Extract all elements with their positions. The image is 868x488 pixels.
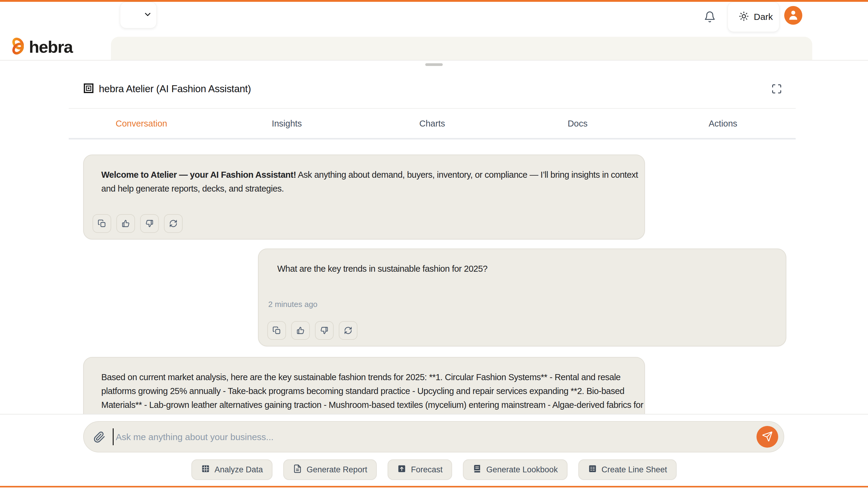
copy-icon — [273, 326, 281, 335]
thumbs-up-button[interactable] — [116, 214, 135, 233]
dialog-tabs: Conversation Insights Charts Docs Action… — [69, 109, 796, 139]
chevron-down-icon — [143, 10, 152, 20]
notifications-button[interactable] — [702, 10, 717, 25]
text-caret — [113, 428, 114, 445]
trend-up-icon — [397, 464, 406, 475]
thumbs-up-button[interactable] — [291, 321, 310, 340]
brand-logo-text: hebra — [29, 37, 73, 57]
dialog-header: hebra Atelier (AI Fashion Assistant) — [84, 79, 784, 99]
message-timestamp: 2 minutes ago — [268, 300, 317, 309]
sheet-drag-handle[interactable] — [425, 63, 443, 66]
thumbs-up-icon — [296, 326, 305, 335]
analyze-data-button[interactable]: Analyze Data — [191, 459, 273, 480]
thumbs-up-icon — [121, 219, 130, 228]
tab-charts[interactable]: Charts — [360, 109, 505, 138]
composer-top-divider — [0, 414, 868, 415]
generate-report-button[interactable]: Generate Report — [283, 459, 377, 480]
maximize-icon — [771, 84, 782, 95]
regenerate-button[interactable] — [339, 321, 358, 340]
thumbs-down-button[interactable] — [315, 321, 334, 340]
maximize-button[interactable] — [770, 83, 783, 96]
thumbs-down-button[interactable] — [140, 214, 159, 233]
quick-action-label: Analyze Data — [215, 465, 263, 475]
book-icon — [472, 464, 482, 475]
tab-docs[interactable]: Docs — [505, 109, 650, 138]
theme-toggle[interactable]: Dark — [727, 2, 779, 32]
header-divider — [69, 108, 796, 109]
tab-insights[interactable]: Insights — [214, 109, 359, 138]
bell-icon — [704, 11, 716, 24]
bottom-accent-bar — [0, 486, 868, 487]
tab-conversation[interactable]: Conversation — [69, 109, 214, 138]
workspace-selector[interactable] — [120, 2, 157, 28]
composer-bar — [83, 421, 784, 452]
brand-knot-icon — [10, 37, 26, 57]
message-actions — [267, 321, 358, 340]
sheet-top-divider — [0, 60, 868, 61]
conversation-scroll-area: Welcome to Atelier — your AI Fashion Ass… — [0, 139, 868, 414]
copy-button[interactable] — [267, 321, 286, 340]
nested-squares-icon — [84, 84, 93, 94]
message-input[interactable] — [115, 427, 743, 448]
brand-logo: hebra — [10, 37, 73, 57]
message-text: Based on current market analysis, here a… — [101, 370, 644, 412]
send-button[interactable] — [756, 426, 778, 448]
table-grid-icon — [201, 464, 210, 475]
message-actions — [93, 214, 183, 233]
quick-actions-row: Analyze Data Generate Report Forecast Ge… — [0, 459, 868, 480]
user-message: What are the key trends in sustainable f… — [258, 249, 786, 347]
attach-button[interactable] — [93, 431, 106, 444]
copy-button[interactable] — [93, 214, 111, 233]
tab-actions[interactable]: Actions — [650, 109, 796, 138]
sun-icon — [739, 11, 749, 23]
forecast-button[interactable]: Forecast — [388, 459, 452, 480]
generate-lookbook-button[interactable]: Generate Lookbook — [463, 459, 567, 480]
user-avatar-icon — [786, 8, 800, 23]
thumbs-down-icon — [320, 326, 329, 335]
page-title: hebra Atelier (AI Fashion Assistant) — [99, 83, 251, 95]
assistant-message-reply: Based on current market analysis, here a… — [83, 357, 645, 414]
line-sheet-icon — [588, 464, 597, 475]
quick-action-label: Forecast — [411, 465, 442, 475]
quick-action-label: Generate Lookbook — [486, 465, 558, 475]
message-text: Welcome to Atelier — your AI Fashion Ass… — [101, 168, 644, 195]
document-icon — [293, 464, 302, 475]
thumbs-down-icon — [145, 219, 154, 228]
message-text: What are the key trends in sustainable f… — [277, 262, 760, 275]
quick-action-label: Generate Report — [307, 465, 367, 475]
theme-toggle-label: Dark — [754, 12, 773, 22]
quick-action-label: Create Line Sheet — [601, 465, 667, 475]
regenerate-button[interactable] — [164, 214, 183, 233]
assistant-message-welcome: Welcome to Atelier — your AI Fashion Ass… — [83, 155, 645, 239]
paperclip-icon — [93, 440, 105, 444]
message-text-bold: Welcome to Atelier — your AI Fashion Ass… — [101, 170, 296, 180]
create-line-sheet-button[interactable]: Create Line Sheet — [578, 459, 677, 480]
copy-icon — [98, 219, 106, 228]
send-icon — [762, 431, 773, 443]
user-avatar[interactable] — [784, 6, 802, 25]
background-panel — [111, 37, 812, 60]
refresh-icon — [169, 219, 178, 228]
refresh-icon — [344, 326, 352, 335]
